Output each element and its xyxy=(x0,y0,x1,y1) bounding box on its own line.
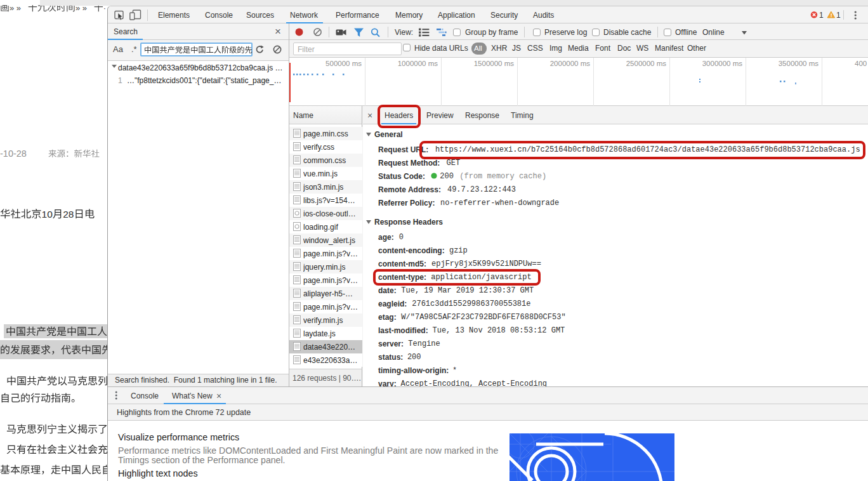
svg-text:10: 10 xyxy=(42,209,53,220)
svg-text:28: 28 xyxy=(63,209,74,220)
svg-text:-10-28: -10-28 xyxy=(0,148,27,159)
